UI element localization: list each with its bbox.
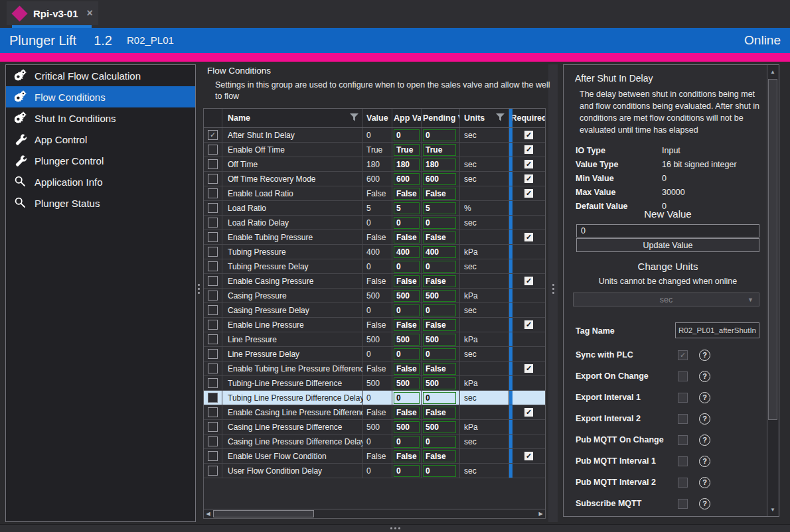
row-checkbox[interactable] [208, 349, 218, 359]
pending-value-box[interactable]: False [423, 319, 456, 331]
pending-value-box[interactable]: 0 [423, 348, 456, 360]
app-value-box[interactable]: False [394, 275, 420, 287]
row-checkbox[interactable] [208, 232, 218, 242]
table-row[interactable]: Load Ratio 5 5 5 % [204, 201, 545, 216]
required-checkbox[interactable] [524, 364, 533, 373]
scroll-down-icon[interactable]: ▼ [767, 504, 778, 515]
row-checkbox[interactable] [208, 145, 218, 155]
required-checkbox[interactable] [524, 145, 533, 154]
row-checkbox[interactable] [208, 334, 218, 344]
sidebar-item-flow-conditions[interactable]: Flow Conditions [6, 86, 195, 107]
row-checkbox[interactable] [208, 291, 218, 300]
table-row[interactable]: Casing Pressure 500 500 500 kPa [204, 289, 545, 303]
pending-value-box[interactable]: 0 [423, 261, 456, 273]
row-checkbox[interactable] [208, 305, 218, 315]
pending-value-box[interactable]: 0 [423, 129, 456, 141]
table-row[interactable]: Enable Tubing Pressure False False False [204, 230, 545, 245]
table-row[interactable]: Tubing Pressure 400 400 400 kPa [204, 245, 545, 259]
row-checkbox[interactable] [208, 247, 218, 257]
row-checkbox[interactable] [208, 364, 218, 373]
help-icon[interactable]: ? [699, 477, 710, 488]
app-value-box[interactable]: 500 [394, 421, 420, 433]
horizontal-scroll-thumb[interactable] [213, 510, 314, 517]
app-value-box[interactable]: 500 [394, 334, 420, 346]
app-value-box[interactable]: False [394, 407, 420, 419]
required-checkbox[interactable] [524, 131, 533, 139]
row-checkbox[interactable] [208, 218, 218, 228]
app-value-box[interactable]: False [394, 363, 420, 375]
row-checkbox[interactable] [208, 188, 218, 198]
pending-value-box[interactable]: 0 [423, 465, 456, 477]
table-row[interactable]: Line Pressure 500 500 500 kPa [204, 332, 545, 347]
sidebar-item-plunger-status[interactable]: Plunger Status [6, 192, 195, 214]
header-name[interactable]: Name [222, 109, 363, 127]
pending-value-box[interactable]: 400 [423, 246, 456, 258]
pending-value-box[interactable]: 0 [423, 392, 456, 404]
row-checkbox[interactable] [208, 320, 218, 330]
table-row[interactable]: Off Time 180 180 180 sec [204, 157, 545, 172]
help-icon[interactable]: ? [699, 371, 710, 382]
required-checkbox[interactable] [524, 233, 533, 241]
pending-value-box[interactable]: False [423, 188, 456, 200]
option-checkbox[interactable] [678, 393, 688, 403]
vertical-scroll-thumb[interactable] [768, 79, 777, 420]
table-row[interactable]: Off Time Recovery Mode 600 600 600 sec [204, 172, 545, 186]
bottom-splitter-bar[interactable] [0, 524, 790, 532]
header-select-column[interactable] [204, 109, 222, 127]
close-icon[interactable]: × [87, 7, 93, 19]
table-row[interactable]: Enable Line Pressure False False False [204, 318, 545, 332]
option-checkbox[interactable] [678, 371, 688, 381]
row-checkbox[interactable] [208, 174, 218, 184]
required-checkbox[interactable] [524, 189, 533, 198]
option-checkbox[interactable] [678, 350, 688, 360]
app-value-box[interactable]: 0 [394, 129, 420, 141]
filter-funnel-icon[interactable] [350, 113, 358, 123]
scroll-left-icon[interactable]: ◀ [204, 509, 212, 518]
pending-value-box[interactable]: 500 [423, 421, 456, 433]
vertical-scrollbar[interactable]: ▲ ▼ [767, 65, 778, 516]
scroll-right-icon[interactable]: ▶ [536, 509, 545, 518]
pending-value-box[interactable]: False [423, 407, 456, 419]
table-row[interactable]: Enable Casing Pressure False False False [204, 274, 545, 289]
option-checkbox[interactable] [678, 435, 688, 445]
splitter-grip-left[interactable] [197, 284, 200, 294]
row-checkbox[interactable] [208, 422, 218, 432]
row-checkbox[interactable] [208, 407, 218, 417]
app-value-box[interactable]: 0 [394, 436, 420, 448]
row-checkbox[interactable] [208, 451, 218, 461]
app-value-box[interactable]: 0 [394, 261, 420, 273]
help-icon[interactable]: ? [699, 456, 710, 467]
header-units[interactable]: Units [460, 109, 509, 127]
table-row[interactable]: Tubing-Line Pressure Difference 500 500 … [204, 376, 545, 391]
table-row[interactable]: Tubing Pressure Delay 0 0 0 sec [204, 259, 545, 274]
help-icon[interactable]: ? [699, 434, 710, 446]
pending-value-box[interactable]: 0 [423, 304, 456, 316]
row-checkbox[interactable] [208, 393, 218, 403]
pending-value-box[interactable]: False [423, 450, 456, 462]
app-value-box[interactable]: True [394, 144, 420, 156]
update-value-button[interactable]: Update Value [576, 238, 759, 252]
required-checkbox[interactable] [524, 452, 533, 460]
required-checkbox[interactable] [524, 408, 533, 417]
row-checkbox[interactable] [208, 159, 218, 169]
sidebar-item-app-control[interactable]: App Control [6, 129, 195, 150]
header-value[interactable]: Value [363, 109, 392, 127]
app-value-box[interactable]: False [394, 319, 420, 331]
table-row[interactable]: Line Pressure Delay 0 0 0 sec [204, 347, 545, 362]
pending-value-box[interactable]: 500 [423, 290, 456, 302]
table-row[interactable]: After Shut In Delay 0 0 0 sec [204, 128, 545, 143]
app-value-box[interactable]: 0 [394, 392, 420, 404]
app-value-box[interactable]: False [394, 450, 420, 462]
row-checkbox[interactable] [208, 378, 218, 388]
table-row[interactable]: Enable Off Time True True True [204, 143, 545, 157]
sidebar-item-critical-flow-calculation[interactable]: Critical Flow Calculation [6, 65, 195, 86]
table-row[interactable]: User Flow Condition Delay 0 0 0 sec [204, 464, 545, 478]
table-row[interactable]: Enable Casing Line Pressure Difference F… [204, 405, 545, 420]
table-row[interactable]: Enable Tubing Line Pressure Difference F… [204, 362, 545, 376]
app-value-box[interactable]: 0 [394, 348, 420, 360]
table-row[interactable]: Enable Load Ratio False False False [204, 186, 545, 201]
table-row[interactable]: Enable User Flow Condition False False F… [204, 449, 545, 464]
table-row[interactable]: Casing Line Pressure Difference Delay 0 … [204, 434, 545, 449]
app-value-box[interactable]: 5 [394, 202, 420, 214]
pending-value-box[interactable]: 0 [423, 436, 456, 448]
